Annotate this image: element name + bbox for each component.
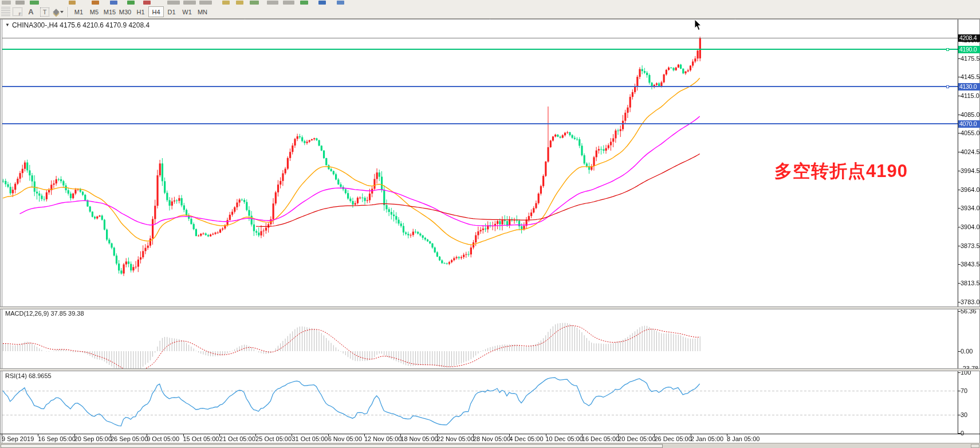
price-axis-label: 3873.5 bbox=[961, 242, 980, 249]
price-axis-label: 4145.5 bbox=[961, 73, 980, 80]
timeframe-group: M1M5M15M30H1H4D1W1MN bbox=[71, 6, 210, 17]
price-axis-label: 4085.0 bbox=[961, 111, 980, 118]
time-axis-label: 26 Dec 05:00 bbox=[654, 435, 691, 442]
letter-a-icon: A bbox=[28, 7, 33, 16]
time-axis-label: 16 Sep 05:00 bbox=[38, 435, 75, 442]
price-axis-label: 3904.0 bbox=[961, 223, 980, 230]
price-axis-label: 3783.0 bbox=[961, 298, 980, 305]
time-axis-label: 22 Nov 05:00 bbox=[437, 435, 474, 442]
timeframe-button-h4[interactable]: H4 bbox=[148, 6, 164, 17]
toolbar-drag-handle[interactable] bbox=[1, 7, 10, 17]
toolbar-separator bbox=[68, 7, 69, 17]
time-axis-label: 12 Nov 05:00 bbox=[364, 435, 402, 442]
macd-pane-label: MACD(12,26,9) 37.85 39.38 bbox=[5, 310, 84, 317]
time-axis-label: 9 Sep 2019 bbox=[2, 435, 34, 442]
price-level-tag-4190.0[interactable]: 4190.0 bbox=[958, 46, 980, 53]
chart-title-bar: ▼CHINA300-,H4 4175.6 4210.6 4170.9 4208.… bbox=[5, 21, 149, 29]
time-axis-label: 20 Dec 05:00 bbox=[618, 435, 655, 442]
time-axis-label: 26 Sep 05:00 bbox=[111, 435, 148, 442]
arrow-tool-icon bbox=[53, 9, 59, 15]
price-axis-label: 3964.0 bbox=[961, 186, 980, 193]
scrollbar-thumb[interactable] bbox=[1, 444, 663, 448]
price-axis-label: 4115.0 bbox=[961, 92, 979, 99]
timeframe-button-w1[interactable]: W1 bbox=[179, 6, 195, 17]
time-axis-label: 8 Jan 05:00 bbox=[727, 435, 760, 442]
grid-f-tool-button[interactable] bbox=[11, 6, 23, 17]
chart-title: CHINA300-,H4 4175.6 4210.6 4170.9 4208.4 bbox=[12, 21, 149, 29]
price-level-tag-4070.0[interactable]: 4070.0 bbox=[958, 120, 980, 128]
time-axis-label: 4 Dec 05:00 bbox=[509, 435, 543, 442]
letter-t-icon: T bbox=[40, 7, 49, 17]
timeframe-button-m1[interactable]: M1 bbox=[71, 6, 86, 17]
time-axis-label: 10 Dec 05:00 bbox=[546, 435, 583, 442]
scrollbar-grip[interactable] bbox=[971, 444, 979, 448]
timeframe-button-d1[interactable]: D1 bbox=[164, 6, 179, 17]
time-axis-label: 18 Nov 05:00 bbox=[400, 435, 438, 442]
arrow-objects-button[interactable] bbox=[52, 6, 65, 17]
time-axis-label: 9 Oct 05:00 bbox=[147, 435, 179, 442]
time-axis-label: 20 Sep 05:00 bbox=[74, 435, 112, 442]
chevron-down-icon bbox=[60, 11, 64, 13]
chart-text-annotation: 多空转折点4190 bbox=[774, 159, 908, 183]
price-level-tag-4130.0[interactable]: 4130.0 bbox=[958, 83, 980, 91]
chart-dropdown-arrow[interactable]: ▼ bbox=[5, 22, 10, 27]
text-tool-button[interactable]: A bbox=[25, 6, 37, 17]
rsi-axis-label: 0 bbox=[961, 430, 964, 437]
mouse-cursor-icon bbox=[694, 19, 703, 32]
price-axis-label: 3934.0 bbox=[961, 205, 980, 211]
main-toolbar: A T M1M5M15M30H1H4D1W1MN bbox=[0, 5, 980, 19]
time-axis-label: 25 Oct 05:00 bbox=[255, 435, 292, 442]
time-axis-label: 28 Nov 05:00 bbox=[473, 435, 510, 442]
price-level-tag-4208.4: 4208.4 bbox=[958, 34, 980, 42]
pane-divider-rsi[interactable] bbox=[0, 368, 980, 371]
hline-handle[interactable] bbox=[946, 85, 949, 88]
time-axis-label: 2 Jan 05:00 bbox=[691, 435, 724, 442]
hline-handle[interactable] bbox=[946, 48, 949, 51]
price-axis-label: 3843.5 bbox=[961, 261, 980, 268]
price-axis-label: 3994.5 bbox=[961, 167, 980, 174]
rsi-axis-label: 30 bbox=[961, 411, 967, 418]
time-axis-label: 16 Dec 05:00 bbox=[582, 435, 619, 442]
timeframe-button-m15[interactable]: M15 bbox=[102, 6, 117, 17]
time-axis-label: 31 Oct 05:00 bbox=[292, 435, 328, 442]
text-label-tool-button[interactable]: T bbox=[38, 6, 51, 17]
macd-axis-label: 0.00 bbox=[961, 348, 973, 355]
mt4-window: { "toolbar": { "clipped_icons": [ {"x":3… bbox=[0, 0, 980, 448]
price-axis-label: 4175.5 bbox=[961, 55, 980, 62]
pane-divider-macd[interactable] bbox=[0, 306, 980, 309]
price-axis-label: 4024.5 bbox=[961, 148, 980, 155]
timeframe-button-m5[interactable]: M5 bbox=[86, 6, 102, 17]
timeframe-button-m30[interactable]: M30 bbox=[117, 6, 133, 17]
rsi-pane-label: RSI(14) 68.9655 bbox=[5, 372, 52, 379]
price-axis-label: 3813.5 bbox=[961, 280, 980, 286]
time-axis-label: 15 Oct 05:00 bbox=[183, 435, 219, 442]
timeframe-button-mn[interactable]: MN bbox=[195, 6, 210, 17]
timeframe-button-h1[interactable]: H1 bbox=[133, 6, 148, 17]
time-axis-label: 21 Oct 05:00 bbox=[219, 435, 255, 442]
chart-canvas[interactable] bbox=[0, 0, 980, 448]
horizontal-scrollbar[interactable] bbox=[0, 443, 980, 448]
rsi-axis-label: 70 bbox=[961, 387, 967, 394]
price-axis-label: 4055.0 bbox=[961, 129, 980, 136]
time-axis-label: 6 Nov 05:00 bbox=[328, 435, 362, 442]
grid-f-icon bbox=[13, 7, 22, 16]
